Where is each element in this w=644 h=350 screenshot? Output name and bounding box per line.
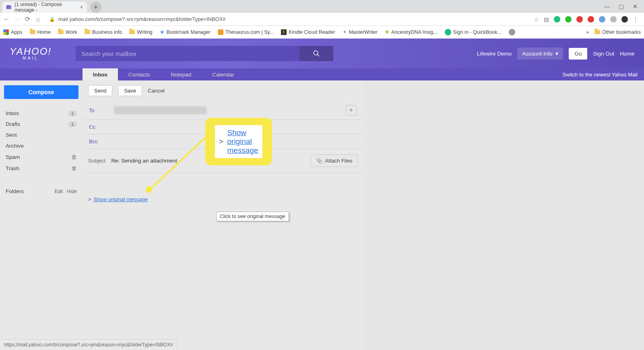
folder-archive[interactable]: Archive — [4, 140, 78, 151]
folder-trash[interactable]: Trash🗑 — [4, 163, 78, 174]
save-button[interactable]: Save — [118, 85, 142, 96]
send-button[interactable]: Send — [88, 85, 112, 96]
compose-actions: Send Save Cancel — [83, 80, 363, 101]
forward-icon[interactable]: → — [14, 16, 20, 23]
compose-button[interactable]: Compose — [4, 85, 78, 99]
url-text: mail.yahoo.com/b/compose?.src=ym&reason=… — [58, 16, 226, 22]
content: Compose Inbox1 Drafts1 Sent Archive Spam… — [0, 80, 644, 350]
bookmark-overflow[interactable]: » — [586, 29, 589, 35]
sidebar: Compose Inbox1 Drafts1 Sent Archive Spam… — [0, 80, 83, 350]
bookmark-item[interactable]: ★Bookmark Manager — [160, 29, 211, 35]
folder-sent[interactable]: Sent — [4, 130, 78, 140]
folder-icon — [85, 30, 90, 34]
folder-icon — [58, 30, 64, 34]
to-field[interactable]: To + — [83, 101, 363, 120]
empty-icon[interactable]: 🗑 — [71, 154, 77, 160]
bookmark-item[interactable]: ❋AncestryDNA Insig... — [385, 29, 438, 35]
bookmark-item[interactable]: Writing — [129, 29, 153, 35]
lock-icon: 🔒 — [49, 16, 55, 22]
ext-icon[interactable] — [565, 16, 572, 23]
other-bookmarks[interactable]: Other bookmarks — [594, 29, 641, 35]
star-icon: ★ — [160, 29, 165, 35]
subject-value[interactable]: Re: Sending an attachment — [111, 158, 177, 164]
bookmark-item[interactable]: Work — [58, 29, 77, 35]
go-button[interactable]: Go — [569, 48, 587, 60]
right-column — [363, 80, 644, 350]
site-icon: ❋ — [385, 29, 389, 35]
tab-contacts[interactable]: Contacts — [118, 68, 160, 80]
account-info-button[interactable]: Account Info▾ — [517, 47, 563, 60]
to-label: To — [89, 107, 108, 113]
arrow-icon: > — [88, 196, 91, 202]
ext-icon[interactable] — [554, 16, 560, 23]
badge: 1 — [68, 111, 77, 116]
cancel-button[interactable]: Cancel — [148, 88, 165, 94]
menu-icon[interactable]: ⋮ — [633, 16, 638, 23]
signout-link[interactable]: Sign Out — [593, 51, 614, 57]
folder-inbox[interactable]: Inbox1 — [4, 108, 78, 119]
cc-label: Cc — [89, 124, 108, 130]
site-icon: ✦ — [343, 29, 347, 35]
browser-tab[interactable]: (1 unread) - Compose message - × — [2, 2, 87, 13]
reload-icon[interactable]: ⟳ — [24, 15, 31, 23]
bookmark-item[interactable]: ✦MasterWriter — [343, 29, 378, 35]
ext-icon[interactable] — [576, 16, 583, 23]
url-box[interactable]: 🔒 mail.yahoo.com/b/compose?.src=ym&reaso… — [45, 16, 530, 22]
bookmark-item[interactable]: Thesaurus.com | Sy... — [218, 29, 274, 35]
star-icon[interactable]: ☆ — [534, 16, 539, 23]
bookmark-bar: Apps Home Work Business info Writing ★Bo… — [0, 26, 644, 39]
hide-folders[interactable]: Hide — [67, 189, 77, 194]
callout-dot — [146, 186, 152, 193]
tab-title: (1 unread) - Compose message - — [14, 2, 77, 13]
attach-files-button[interactable]: 📎 Attach Files — [311, 154, 358, 167]
add-recipient-button[interactable]: + — [346, 105, 357, 115]
svg-line-1 — [317, 54, 319, 56]
paperclip-icon: 📎 — [316, 158, 322, 164]
folder-spam[interactable]: Spam🗑 — [4, 151, 78, 163]
search-button[interactable] — [299, 46, 333, 61]
close-window-icon[interactable]: ✕ — [633, 3, 638, 10]
tab-strip: (1 unread) - Compose message - × + — ▢ ✕ — [0, 0, 644, 13]
window-controls: — ▢ ✕ — [604, 3, 642, 10]
badge: 1 — [68, 121, 77, 127]
bookmark-item[interactable] — [509, 29, 515, 35]
bookmark-item[interactable]: KKindle Cloud Reader — [281, 29, 335, 35]
home-link[interactable]: Home — [620, 51, 634, 57]
ext-icon[interactable] — [610, 16, 617, 23]
ext-icon[interactable] — [588, 16, 594, 23]
toolbar-icons: ☆ ▤ ⋮ — [534, 16, 641, 23]
show-original-link[interactable]: Show original message — [94, 196, 148, 202]
yahoo-logo[interactable]: YAHOO! MAIL — [10, 47, 52, 60]
folder-icon — [594, 30, 600, 34]
globe-icon — [509, 29, 515, 35]
tab-inbox[interactable]: Inbox — [83, 68, 118, 80]
tab-calendar[interactable]: Calendar — [202, 68, 245, 80]
folder-icon — [30, 30, 35, 34]
user-name[interactable]: Lifewire Demo — [477, 51, 512, 57]
reader-icon[interactable]: ▤ — [544, 16, 549, 23]
home-icon[interactable]: ⌂ — [35, 16, 41, 23]
back-icon[interactable]: ← — [3, 16, 10, 23]
tab-notepad[interactable]: Notepad — [160, 68, 202, 80]
maximize-icon[interactable]: ▢ — [619, 3, 624, 10]
apps-button[interactable]: Apps — [3, 29, 23, 35]
search-icon — [313, 50, 320, 57]
svg-point-0 — [314, 51, 318, 55]
edit-folders[interactable]: Edit — [55, 189, 63, 194]
bookmark-item[interactable]: Sign in - QuickBook... — [445, 29, 502, 35]
avatar-icon[interactable] — [621, 16, 628, 23]
ext-icon[interactable] — [599, 16, 605, 23]
folder-icon — [129, 30, 135, 34]
bookmark-item[interactable]: Business info — [85, 29, 122, 35]
minimize-icon[interactable]: — — [604, 3, 610, 10]
message-body[interactable]: > Show original message Click to see ori… — [83, 173, 363, 342]
bookmark-item[interactable]: Home — [30, 29, 51, 35]
switch-new-mail-link[interactable]: Switch to the newest Yahoo Mail — [562, 68, 644, 80]
new-tab-button[interactable]: + — [90, 2, 101, 13]
close-tab-icon[interactable]: × — [80, 4, 83, 10]
search-input[interactable] — [76, 46, 299, 61]
folders-header: Folders EditHide — [4, 186, 78, 197]
mail-tabs: Inbox Contacts Notepad Calendar Switch t… — [0, 68, 644, 80]
folder-drafts[interactable]: Drafts1 — [4, 119, 78, 130]
empty-icon[interactable]: 🗑 — [71, 165, 77, 171]
